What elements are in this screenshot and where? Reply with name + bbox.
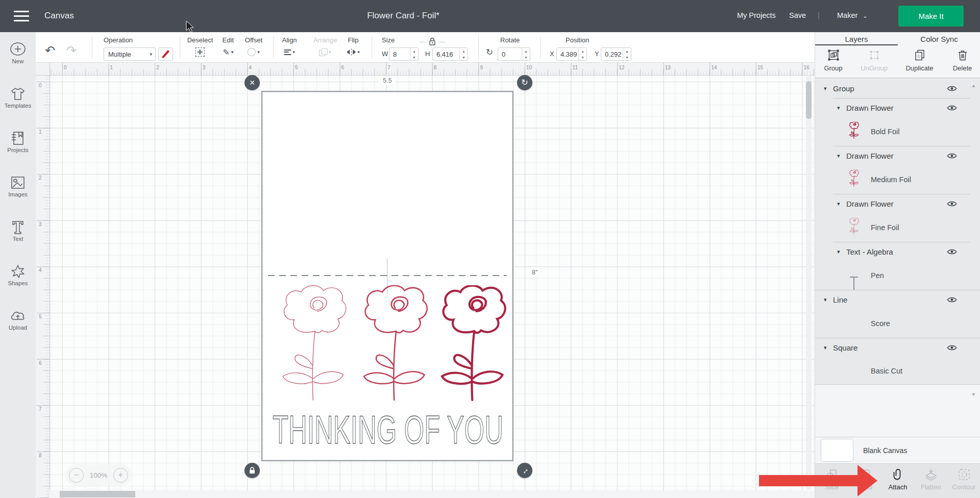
sidebar-item-text[interactable]: Text xyxy=(0,217,36,258)
zoom-out-button[interactable]: − xyxy=(69,468,84,483)
blank-canvas-thumbnail[interactable] xyxy=(821,439,853,462)
tab-color-sync[interactable]: Color Sync xyxy=(898,32,980,45)
rotate-stepper[interactable]: ▲▼ xyxy=(522,48,530,60)
stepper-down-icon[interactable]: ▼ xyxy=(410,54,418,60)
my-projects-link[interactable]: My Projects xyxy=(737,11,776,19)
eye-visibility-icon[interactable] xyxy=(947,85,957,92)
chevron-down-icon[interactable]: ▾ xyxy=(824,85,827,91)
eye-visibility-icon[interactable] xyxy=(947,296,957,303)
eye-visibility-icon[interactable] xyxy=(947,104,957,111)
rotate-selection-handle[interactable]: ↻ xyxy=(517,75,532,90)
sidebar-item-templates[interactable]: Templates xyxy=(0,84,36,125)
vertical-scrollbar-thumb[interactable] xyxy=(806,81,812,119)
position-x-stepper[interactable]: ▲▼ xyxy=(578,48,586,60)
position-x-input[interactable]: 4.389 ▲▼ xyxy=(556,47,587,61)
sidebar-item-upload[interactable]: Upload xyxy=(0,306,36,347)
group-button[interactable]: Group xyxy=(813,48,854,72)
layer-square-header[interactable]: ▾ Square xyxy=(815,338,980,357)
layer-line-header[interactable]: ▾ Line xyxy=(815,290,980,309)
layer-fine-foil[interactable]: Fine Foil xyxy=(815,213,980,242)
sidebar-item-projects[interactable]: Projects xyxy=(0,129,36,169)
save-link[interactable]: Save xyxy=(789,11,806,19)
position-y-stepper[interactable]: ▲▼ xyxy=(623,48,631,60)
sidebar-item-shapes[interactable]: Shapes xyxy=(0,262,36,303)
zoom-in-button[interactable]: + xyxy=(113,468,128,483)
machine-selector[interactable]: Maker ⌄ xyxy=(837,11,868,19)
size-lock-icon[interactable] xyxy=(428,36,437,46)
duplicate-button[interactable]: ☆ Duplicate xyxy=(899,48,940,72)
width-stepper[interactable]: ▲▼ xyxy=(410,48,418,60)
layer-bold-foil[interactable]: Bold Foil xyxy=(815,117,980,146)
stepper-down-icon[interactable]: ▼ xyxy=(460,54,468,60)
layer-score[interactable]: Score xyxy=(815,309,980,338)
canvas-horizontal-scrollbar[interactable] xyxy=(50,490,815,498)
chevron-down-icon[interactable]: ▾ xyxy=(837,153,840,159)
layer-pen[interactable]: Pen xyxy=(815,261,980,290)
horizontal-scrollbar-thumb[interactable] xyxy=(60,491,135,497)
delete-selection-handle[interactable]: × xyxy=(244,75,260,90)
stepper-down-icon[interactable]: ▼ xyxy=(623,54,631,60)
sidebar-item-images[interactable]: Images xyxy=(0,173,36,214)
stepper-down-icon[interactable]: ▼ xyxy=(579,54,586,60)
height-stepper[interactable]: ▲▼ xyxy=(459,48,468,60)
redo-icon[interactable]: ↷ xyxy=(66,44,77,57)
thinking-of-you-text[interactable]: THINKING OF YOU xyxy=(268,410,508,456)
lock-aspect-handle[interactable] xyxy=(244,463,260,478)
layer-text-algebra-header[interactable]: ▾ Text - Algebra xyxy=(815,242,980,261)
hamburger-menu-icon[interactable] xyxy=(14,11,29,21)
offset-button[interactable]: Offset ▾ xyxy=(245,36,262,57)
stepper-up-icon[interactable]: ▲ xyxy=(522,48,530,54)
operation-dropdown[interactable]: Multiple ▾ xyxy=(104,47,156,61)
sidebar-item-new[interactable]: New xyxy=(0,40,36,81)
make-it-button[interactable]: Make It xyxy=(898,6,964,27)
chevron-down-icon[interactable]: ▾ xyxy=(837,201,840,207)
position-y-input[interactable]: 0.292 ▲▼ xyxy=(601,47,631,61)
blank-canvas-row[interactable]: Blank Canvas xyxy=(815,437,980,463)
ruler-number: 14 xyxy=(711,65,717,70)
scroll-down-icon[interactable]: ▼ xyxy=(971,392,976,397)
canvas-vertical-scrollbar[interactable] xyxy=(806,75,812,490)
design-canvas[interactable]: 012345678910111213141516 0123456789 THIN… xyxy=(36,62,815,498)
undo-icon[interactable]: ↶ xyxy=(45,44,55,57)
height-input[interactable]: 6.416 ▲▼ xyxy=(432,47,468,61)
eye-visibility-icon[interactable] xyxy=(947,152,957,159)
layer-basic-cut[interactable]: Basic Cut xyxy=(815,357,980,384)
stepper-down-icon[interactable]: ▼ xyxy=(522,54,530,60)
deselect-button[interactable]: Deselect xyxy=(187,36,213,57)
stepper-up-icon[interactable]: ▲ xyxy=(460,48,468,54)
attach-button[interactable]: Attach xyxy=(881,464,915,498)
card-artboard[interactable]: THINKING OF YOU xyxy=(262,92,512,460)
width-input[interactable]: 8 ▲▼ xyxy=(389,47,419,61)
resize-selection-handle[interactable]: ↔ xyxy=(517,463,532,478)
scroll-up-icon[interactable]: ▲ xyxy=(971,83,976,88)
eye-visibility-icon[interactable] xyxy=(947,248,957,255)
flip-button[interactable]: Flip ▾ xyxy=(347,36,360,57)
canvas-menu-label[interactable]: Canvas xyxy=(44,11,74,21)
chevron-down-icon[interactable]: ▾ xyxy=(837,105,840,111)
stepper-up-icon[interactable]: ▲ xyxy=(410,48,418,54)
chevron-down-icon[interactable]: ▾ xyxy=(824,296,827,303)
foil-color-swatch[interactable] xyxy=(158,47,173,61)
delete-button[interactable]: Delete xyxy=(942,48,980,72)
stepper-up-icon[interactable]: ▲ xyxy=(623,48,631,54)
fold-score-line[interactable] xyxy=(268,275,507,276)
stepper-up-icon[interactable]: ▲ xyxy=(579,48,586,54)
chevron-down-icon[interactable]: ▾ xyxy=(837,248,840,255)
ruler-number: 1 xyxy=(110,65,113,70)
layer-medium-foil[interactable]: Medium Foil xyxy=(815,165,980,194)
layer-group-header[interactable]: ▾ Group xyxy=(815,78,980,98)
eye-visibility-icon[interactable] xyxy=(947,344,957,351)
drawn-flower-bold-foil[interactable] xyxy=(434,285,511,408)
tab-layers[interactable]: Layers xyxy=(815,32,898,45)
align-button[interactable]: Align ▾ xyxy=(282,36,297,57)
eye-visibility-icon[interactable] xyxy=(947,200,957,207)
rotate-input[interactable]: 0 ▲▼ xyxy=(498,47,530,61)
chevron-down-icon[interactable]: ▾ xyxy=(824,344,827,351)
duplicate-icon: ☆ xyxy=(914,49,926,61)
edit-button[interactable]: Edit ✎▾ xyxy=(223,36,234,57)
layer-drawn-flower-2-header[interactable]: ▾ Drawn Flower xyxy=(815,146,980,165)
drawn-flower-fine-foil[interactable] xyxy=(275,285,352,408)
layer-drawn-flower-1-header[interactable]: ▾ Drawn Flower xyxy=(815,98,980,117)
drawn-flower-medium-foil[interactable] xyxy=(356,285,433,408)
layer-drawn-flower-3-header[interactable]: ▾ Drawn Flower xyxy=(815,194,980,213)
